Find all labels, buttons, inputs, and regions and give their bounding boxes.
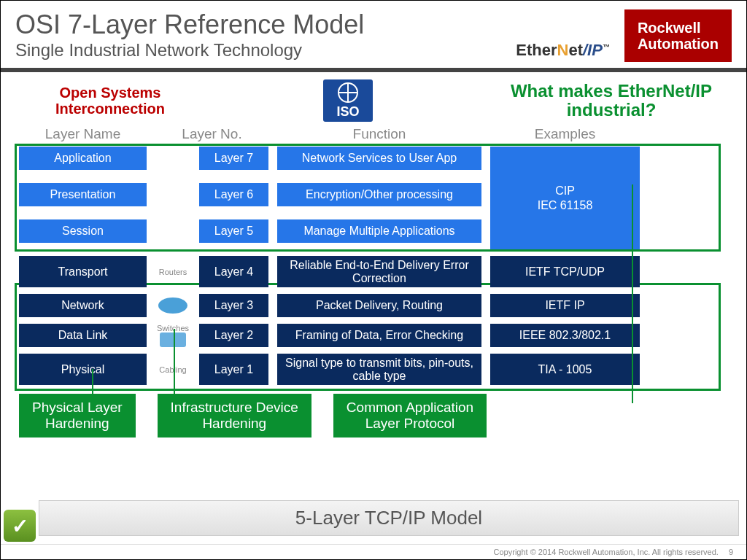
row-datalink: Data Link Switches Layer 2 Framing of Da… bbox=[19, 324, 728, 347]
slide-title: OSI 7-Layer Reference Model bbox=[15, 9, 516, 40]
bottom-tags: Physical LayerHardening Infrastructure D… bbox=[19, 394, 728, 438]
switch-icon bbox=[160, 332, 186, 347]
cell-num: Layer 3 bbox=[199, 294, 268, 317]
cell-num: Layer 6 bbox=[199, 183, 268, 206]
row-session: Session Layer 5 Manage Multiple Applicat… bbox=[19, 219, 481, 243]
cell-num: Layer 5 bbox=[199, 219, 268, 243]
cell-func: Framing of Data, Error Checking bbox=[277, 324, 481, 347]
cell-name: Data Link bbox=[19, 324, 147, 347]
cell-name: Network bbox=[19, 294, 147, 317]
ethernetip-logo: EtherNet/IP™ bbox=[516, 41, 610, 60]
row-presentation: Presentation Layer 6 Encryption/Other pr… bbox=[19, 183, 481, 206]
cell-func: Packet Delivery, Routing bbox=[277, 294, 481, 317]
cell-name: Application bbox=[19, 147, 147, 170]
question-heading: What makes EtherNet/IPindustrial? bbox=[495, 82, 728, 120]
cell-num: Layer 1 bbox=[199, 354, 268, 385]
cell-func: Network Services to User App bbox=[277, 147, 481, 170]
cell-name: Presentation bbox=[19, 183, 147, 206]
cell-func: Reliable End-to-End Delivery Error Corre… bbox=[277, 256, 481, 287]
cabling-label: Cabling bbox=[159, 365, 186, 374]
cell-func: Encryption/Other processing bbox=[277, 183, 481, 206]
slide-subtitle: Single Industrial Network Technology bbox=[15, 40, 516, 61]
cell-example: IEEE 802.3/802.1 bbox=[490, 324, 640, 347]
row-transport: Transport Routers Layer 4 Reliable End-t… bbox=[19, 256, 728, 287]
page-number: 9 bbox=[729, 548, 733, 556]
col-layer-no: Layer No. bbox=[155, 126, 268, 142]
row-physical: Physical Cabling Layer 1 Signal type to … bbox=[19, 354, 728, 385]
slide-content: Open SystemsInterconnection ISO What mak… bbox=[1, 72, 746, 438]
osi-heading: Open SystemsInterconnection bbox=[19, 85, 201, 117]
routers-label: Routers bbox=[159, 268, 187, 276]
connector-line bbox=[632, 184, 633, 403]
cell-num: Layer 7 bbox=[199, 147, 268, 170]
slide-header: OSI 7-Layer Reference Model Single Indus… bbox=[1, 1, 746, 72]
cell-name: Physical bbox=[19, 354, 147, 385]
copyright-text: Copyright © 2014 Rockwell Automation, In… bbox=[494, 548, 719, 556]
cell-num: Layer 2 bbox=[199, 324, 268, 347]
row-application: Application Layer 7 Network Services to … bbox=[19, 147, 481, 170]
footer-title: 5-Layer TCP/IP Model bbox=[39, 500, 739, 536]
cell-example: IETF TCP/UDP bbox=[490, 256, 640, 287]
col-layer-name: Layer Name bbox=[19, 126, 147, 142]
rockwell-badge: RockwellAutomation bbox=[624, 9, 732, 62]
tag-physical-hardening: Physical LayerHardening bbox=[19, 394, 136, 438]
cell-name: Transport bbox=[19, 256, 147, 287]
router-icon bbox=[158, 298, 187, 314]
iso-logo: ISO bbox=[323, 79, 373, 122]
tag-infra-hardening: Infrastructure DeviceHardening bbox=[158, 394, 311, 438]
column-headers: Layer Name Layer No. Function Examples bbox=[19, 126, 728, 142]
cell-num: Layer 4 bbox=[199, 256, 268, 287]
cell-func: Signal type to transmit bits, pin-outs, … bbox=[277, 354, 481, 385]
cell-name: Session bbox=[19, 219, 147, 243]
check-icon[interactable]: ✓ bbox=[4, 510, 36, 542]
cell-func: Manage Multiple Applications bbox=[277, 219, 481, 243]
globe-icon bbox=[338, 82, 358, 103]
cell-example: TIA - 1005 bbox=[490, 354, 640, 385]
tag-common-app-protocol: Common ApplicationLayer Protocol bbox=[333, 394, 487, 438]
switches-label: Switches bbox=[157, 324, 189, 332]
osi-table: Application Layer 7 Network Services to … bbox=[19, 147, 728, 385]
col-examples: Examples bbox=[490, 126, 640, 142]
row-network: Network Layer 3 Packet Delivery, Routing… bbox=[19, 294, 728, 317]
connector-line bbox=[174, 329, 175, 398]
copyright-bar: Copyright © 2014 Rockwell Automation, In… bbox=[1, 544, 746, 556]
col-function: Function bbox=[277, 126, 481, 142]
cell-example: IETF IP bbox=[490, 294, 640, 317]
cell-example-cip: CIPIEC 61158 bbox=[490, 147, 640, 249]
